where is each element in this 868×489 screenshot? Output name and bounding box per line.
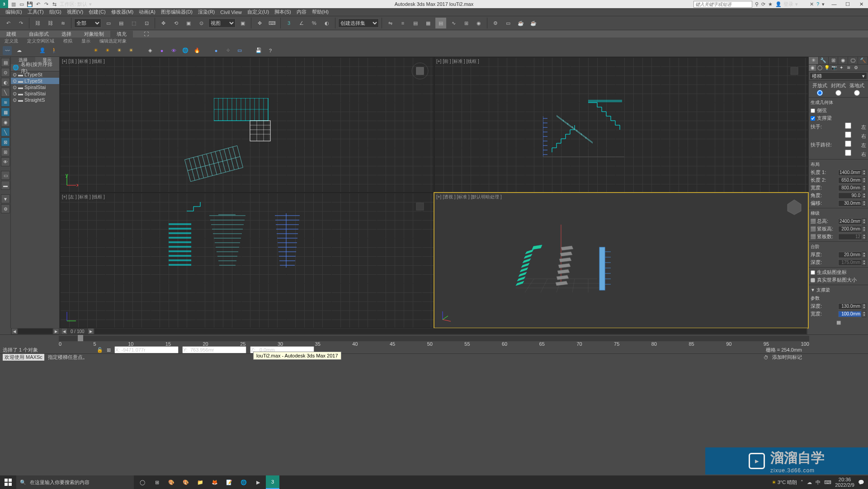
- viewport-front[interactable]: [+] [前 ] [标准 ] [线框 ]: [434, 57, 808, 192]
- globe-icon[interactable]: 🌐: [181, 46, 190, 55]
- taskview-icon[interactable]: ◯: [136, 475, 149, 489]
- help-small-icon[interactable]: ?: [266, 46, 275, 55]
- create-tab[interactable]: ✳: [809, 57, 819, 64]
- se-tool-6[interactable]: ▦: [1, 108, 10, 117]
- tab-populate[interactable]: 填充: [110, 31, 133, 38]
- carriage-check[interactable]: [811, 116, 815, 121]
- app-3[interactable]: 📝: [222, 475, 236, 489]
- carriage-width-input[interactable]: [838, 311, 862, 317]
- ball-icon[interactable]: ●: [212, 46, 221, 55]
- type-closed-radio[interactable]: [835, 90, 841, 96]
- viewport-left[interactable]: [+] [左 ] [标准 ] [线框 ]: [60, 193, 434, 328]
- layers-button[interactable]: ▤: [410, 18, 421, 28]
- redo-icon[interactable]: ↷: [42, 0, 50, 8]
- login-button[interactable]: 👤 登录 ▾: [775, 1, 798, 8]
- viewport-label[interactable]: [+] [前 ] [标准 ] [线框 ]: [436, 58, 479, 65]
- link-button[interactable]: ⛓: [32, 18, 43, 28]
- render-small-icon[interactable]: ▭: [235, 46, 244, 55]
- dropdown-icon[interactable]: ▾: [822, 1, 825, 7]
- infocenter-search-icon[interactable]: ⚲: [755, 1, 759, 7]
- se-tool-8[interactable]: ╲: [1, 127, 10, 136]
- person-icon[interactable]: 👤: [38, 46, 47, 55]
- angle-input[interactable]: [838, 193, 862, 199]
- se-tool-10[interactable]: ⊞: [1, 147, 10, 156]
- motion-tab[interactable]: ◉: [838, 57, 848, 64]
- geometry-tab[interactable]: ◉: [809, 65, 816, 71]
- se-tool-13[interactable]: ▬: [1, 181, 10, 190]
- railpath-left[interactable]: [836, 141, 860, 147]
- width-input[interactable]: [838, 185, 862, 191]
- se-tool-5[interactable]: ≋: [1, 98, 10, 107]
- 3dsmax-taskbar-icon[interactable]: 3: [266, 475, 279, 489]
- cameras-tab[interactable]: 📷: [830, 65, 838, 71]
- viewcube[interactable]: [411, 197, 429, 216]
- toggle-ribbon-button[interactable]: ▤: [435, 18, 446, 28]
- app-1[interactable]: 🎨: [165, 475, 178, 489]
- length2-input[interactable]: [838, 177, 862, 183]
- subtab-editsel[interactable]: 编辑选定对象: [95, 38, 131, 44]
- timeline[interactable]: 0510152025303540455055606570758085909510…: [0, 334, 868, 346]
- lights-tab[interactable]: 💡: [823, 65, 830, 71]
- menu-content[interactable]: 内容: [294, 9, 309, 15]
- notifications-icon[interactable]: 💬: [858, 480, 864, 485]
- menu-modifiers[interactable]: 修改器(M): [108, 9, 137, 15]
- spinner[interactable]: ▴▾: [862, 169, 866, 176]
- app-4[interactable]: ▶: [251, 475, 265, 489]
- type-box-radio[interactable]: [854, 90, 860, 96]
- diamond-icon[interactable]: ◈: [146, 46, 155, 55]
- carriage-depth-input[interactable]: [838, 303, 862, 310]
- se-tool-4[interactable]: ╲: [1, 88, 10, 97]
- rollout-step[interactable]: 台阶: [811, 243, 866, 251]
- viewport-label[interactable]: [+] [透视 ] [标准 ] [默认明暗处理 ]: [436, 194, 502, 200]
- modify-tab[interactable]: 🔧: [819, 57, 829, 64]
- viewport-label[interactable]: [+] [顶 ] [标准 ] [线框 ]: [62, 58, 105, 65]
- render-setup-button[interactable]: ⚙: [490, 18, 501, 28]
- menu-customize[interactable]: 自定义(U): [245, 9, 272, 15]
- tab-selection[interactable]: 选择: [55, 31, 78, 38]
- scene-item[interactable]: ⊙▬LTypeSt: [11, 78, 59, 84]
- maximize-button[interactable]: ☐: [841, 0, 854, 8]
- keyboard-shortcut-button[interactable]: ⌨: [267, 18, 278, 28]
- viewcube[interactable]: [785, 62, 803, 80]
- workspace-selector[interactable]: 工作区: 默认 ▾: [60, 1, 92, 8]
- explorer-icon[interactable]: 📁: [193, 475, 207, 489]
- curve-editor-button[interactable]: ∿: [448, 18, 459, 28]
- timetag-icon[interactable]: ⏱: [764, 355, 769, 360]
- firefox-icon[interactable]: 🦊: [208, 475, 222, 489]
- infocenter-search[interactable]: [693, 1, 752, 8]
- type-open[interactable]: 开放式: [812, 82, 827, 89]
- sun2-icon[interactable]: ☀: [103, 46, 112, 55]
- handrail-right[interactable]: [836, 132, 860, 138]
- ime-icon[interactable]: 中: [816, 479, 821, 486]
- se-tool-9[interactable]: ⊠: [1, 137, 10, 146]
- selection-filter[interactable]: 全部: [74, 19, 101, 28]
- ribbon-toggle-icon[interactable]: ⛶: [137, 31, 155, 37]
- undo-button[interactable]: ↶: [3, 18, 14, 28]
- sun4-icon[interactable]: ☀: [127, 46, 136, 55]
- move-button[interactable]: ✥: [158, 18, 169, 28]
- genmap-check[interactable]: [811, 270, 815, 275]
- new-icon[interactable]: ▥: [10, 0, 17, 8]
- spinner-snap-button[interactable]: ◐: [321, 18, 332, 28]
- menu-help[interactable]: 帮助(H): [309, 9, 331, 15]
- systems-tab[interactable]: ⚙: [852, 65, 859, 71]
- viewport-label[interactable]: [+] [左 ] [标准 ] [线框 ]: [62, 194, 105, 200]
- subtab-sim[interactable]: 模拟: [59, 38, 77, 44]
- length1-input[interactable]: [838, 169, 862, 176]
- app-2[interactable]: 🎨: [179, 475, 193, 489]
- rollout-gengeom[interactable]: 生成几何体: [811, 99, 866, 107]
- percent-snap-button[interactable]: %: [309, 18, 320, 28]
- category-dropdown[interactable]: 楼梯▾: [810, 72, 867, 80]
- scene-item[interactable]: ⊙▬StraightS: [11, 97, 59, 103]
- time-slider[interactable]: [59, 336, 809, 341]
- addtime-label[interactable]: 添加时间标记: [772, 354, 802, 361]
- eye-icon[interactable]: 👁: [169, 46, 178, 55]
- sub-icon[interactable]: ⟳: [761, 1, 765, 7]
- riser-input[interactable]: [838, 226, 862, 232]
- cortana-icon[interactable]: ⊞: [150, 475, 164, 489]
- save-small-icon[interactable]: 💾: [254, 46, 263, 55]
- railpath-right[interactable]: [836, 150, 860, 156]
- menu-scripting[interactable]: 脚本(S): [272, 9, 294, 15]
- nav-prev[interactable]: ◀: [61, 329, 67, 334]
- maxscript-label[interactable]: 欢迎使用 MAXSc: [3, 354, 44, 361]
